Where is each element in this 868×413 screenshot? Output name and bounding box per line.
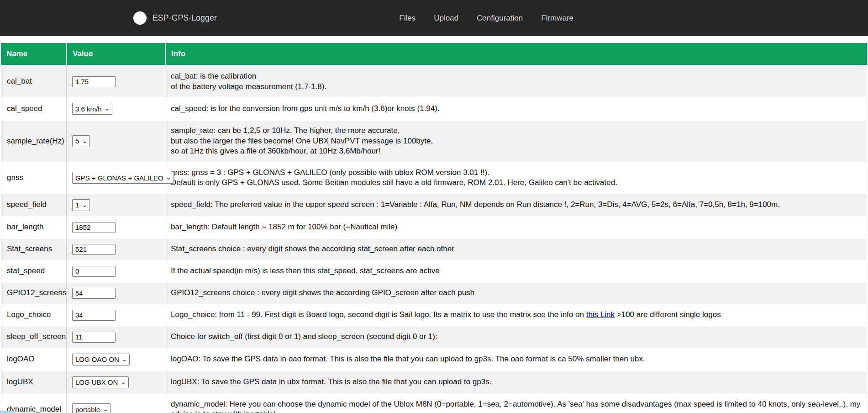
param-info-cell: cal_bat: is the calibration of the batte… (165, 66, 867, 97)
param-info-cell: Choice for switch_off (first digit 0 or … (165, 326, 867, 348)
param-info-cell: If the actual speed(in m/s) is less then… (165, 260, 867, 282)
param-value-cell (66, 326, 165, 348)
info-text: >100 are different single logos (615, 310, 721, 319)
table-row: bar_lengthbar_length: Default length = 1… (1, 216, 867, 238)
param-name-cell: speed_field (1, 193, 66, 216)
value-input[interactable] (72, 222, 116, 233)
table-row: sleep_off_screenChoice for switch_off (f… (1, 326, 867, 348)
param-info-cell: Stat_screens choice : every digit shows … (165, 238, 867, 260)
value-select[interactable]: portable (72, 403, 111, 413)
value-input[interactable] (72, 332, 116, 343)
table-row: gnssGPS + GLONAS + GALILEOgnss: gnss = 3… (1, 162, 867, 193)
col-header-name: Name (1, 43, 66, 66)
param-value-cell: LOG UBX ON (66, 371, 165, 393)
param-value-cell (66, 216, 165, 238)
param-name-cell: cal_bat (1, 66, 66, 97)
param-info-cell: sample_rate: can be 1,2,5 or 10Hz. The h… (165, 120, 867, 162)
value-input[interactable] (72, 266, 116, 277)
table-row: cal_speed3.6 km/hcal_speed: is for the c… (1, 97, 867, 120)
table-row: logUBXLOG UBX ONlogUBX: To save the GPS … (1, 371, 867, 393)
table-row: logOAOLOG OAO ONlogOAO: To save the GPS … (1, 348, 867, 371)
table-row: speed_field1speed_field: The preferred v… (1, 193, 867, 216)
table-row: cal_batcal_bat: is the calibration of th… (1, 66, 867, 97)
table-row: Stat_screensStat_screens choice : every … (1, 238, 867, 260)
table-row: stat_speedIf the actual speed(in m/s) is… (1, 260, 867, 282)
param-value-cell (66, 260, 165, 282)
nav-link-upload[interactable]: Upload (425, 14, 468, 23)
param-value-cell: portable (66, 393, 165, 413)
param-name-cell: sample_rate(Hz) (1, 120, 66, 162)
table-row: GPIO12_screensGPIO12_screens choice : ev… (1, 282, 867, 304)
value-select-wrap: GPS + GLONAS + GALILEO (72, 172, 174, 184)
value-select[interactable]: 3.6 km/h (72, 103, 112, 115)
param-name-cell: logOAO (1, 348, 66, 371)
param-name-cell: gnss (1, 162, 66, 193)
table-row: dynamic_modelportabledynamic_model: Here… (1, 393, 867, 413)
param-name-cell: cal_speed (1, 97, 66, 120)
info-text: Logo_choice: from 11 - 99. First digit i… (171, 310, 586, 319)
col-header-value: Value (66, 43, 165, 66)
value-input[interactable] (72, 244, 116, 255)
value-select-wrap: LOG OAO ON (72, 354, 130, 365)
value-input[interactable] (72, 310, 116, 321)
param-name-cell: logUBX (1, 371, 66, 393)
param-info-cell: bar_length: Default length = 1852 m for … (165, 216, 867, 238)
brand: ESP-GPS-Logger (133, 11, 217, 25)
param-value-cell: LOG OAO ON (66, 348, 165, 371)
param-name-cell: Logo_choice (1, 304, 66, 326)
param-value-cell: GPS + GLONAS + GALILEO (66, 162, 165, 193)
param-value-cell (66, 304, 165, 326)
table-row: sample_rate(Hz)5sample_rate: can be 1,2,… (1, 120, 867, 162)
param-value-cell: 3.6 km/h (66, 97, 165, 120)
param-info-cell: gnss: gnss = 3 : GPS + GLONAS + GALILEO … (165, 162, 867, 193)
param-name-cell: Stat_screens (1, 238, 66, 260)
value-select-wrap: 1 (72, 199, 90, 211)
param-value-cell (66, 282, 165, 304)
param-value-cell: 5 (66, 120, 165, 162)
logo-icon (133, 11, 147, 25)
value-select[interactable]: 5 (72, 135, 90, 147)
value-select-wrap: LOG UBX ON (72, 376, 129, 388)
scrollbar-artifact (0, 411, 15, 413)
value-select[interactable]: LOG OAO ON (72, 354, 130, 365)
param-value-cell (66, 238, 165, 260)
param-value-cell (66, 66, 165, 97)
navbar: ESP-GPS-Logger Files Upload Configuratio… (0, 0, 868, 36)
param-name-cell: sleep_off_screen (1, 326, 66, 348)
param-info-cell: cal_speed: is for the conversion from gp… (165, 97, 867, 120)
config-table-head: Name Value Info (1, 43, 867, 66)
nav-link-files[interactable]: Files (390, 14, 425, 23)
param-name-cell: GPIO12_screens (1, 282, 66, 304)
param-info-cell: logUBX: To save the GPS data in ubx form… (165, 371, 867, 393)
value-select-wrap: 3.6 km/h (72, 103, 112, 115)
value-select-wrap: portable (72, 403, 111, 413)
value-select[interactable]: LOG UBX ON (72, 376, 129, 388)
brand-title: ESP-GPS-Logger (153, 13, 217, 23)
param-value-cell: 1 (66, 193, 165, 216)
table-row: Logo_choiceLogo_choice: from 11 - 99. Fi… (1, 304, 867, 326)
config-table: Name Value Info cal_batcal_bat: is the c… (1, 43, 867, 413)
header-row: Name Value Info (1, 43, 867, 66)
value-select[interactable]: GPS + GLONAS + GALILEO (72, 172, 174, 184)
value-input[interactable] (72, 76, 116, 87)
value-input[interactable] (72, 288, 116, 299)
value-select-wrap: 5 (72, 135, 90, 147)
param-info-cell: logOAO: To save the GPS data in oao form… (165, 348, 867, 371)
param-name-cell: bar_length (1, 216, 66, 238)
param-info-cell: dynamic_model: Here you can choose the d… (165, 393, 867, 413)
nav-link-firmware[interactable]: Firmware (532, 14, 573, 23)
value-select[interactable]: 1 (72, 199, 90, 211)
config-table-body: cal_batcal_bat: is the calibration of th… (1, 66, 867, 413)
param-name-cell: dynamic_model (1, 393, 66, 413)
param-info-cell: Logo_choice: from 11 - 99. First digit i… (165, 304, 867, 326)
config-table-wrap: Name Value Info cal_batcal_bat: is the c… (1, 43, 867, 413)
param-info-cell: GPIO12_screens choice : every digit show… (165, 282, 867, 304)
info-link[interactable]: this Link (586, 310, 615, 319)
col-header-info: Info (165, 43, 867, 66)
param-info-cell: speed_field: The preferred value in the … (165, 193, 867, 216)
param-name-cell: stat_speed (1, 260, 66, 282)
nav-links: Files Upload Configuration Firmware (390, 14, 573, 23)
nav-link-configuration[interactable]: Configuration (468, 14, 532, 23)
